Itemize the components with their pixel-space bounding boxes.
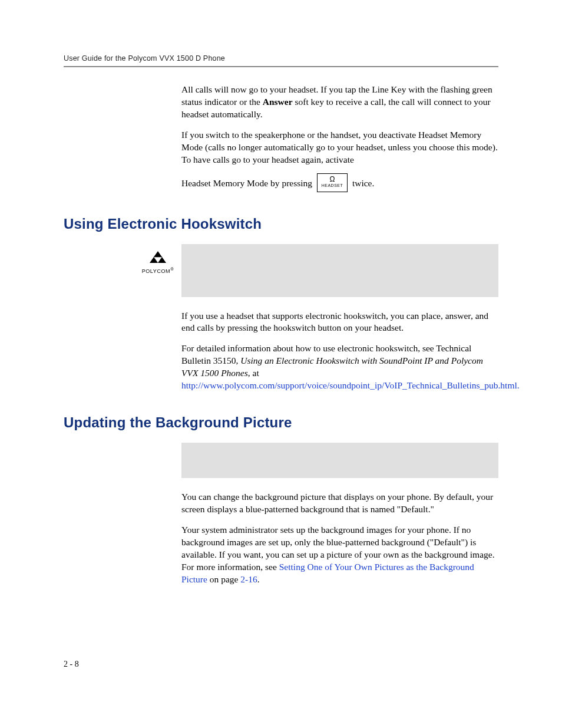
note-block: POLYCOM® (134, 244, 498, 297)
text: , at (248, 368, 259, 378)
paragraph: You can change the background picture th… (181, 491, 498, 516)
headset-key-label: HEADSET (318, 183, 347, 187)
body-column: You can change the background picture th… (181, 491, 498, 585)
document-page: User Guide for the Polycom VVX 1500 D Ph… (0, 0, 562, 728)
svg-marker-0 (154, 251, 162, 257)
page-ref-link[interactable]: 2-16 (240, 574, 257, 584)
note-placeholder (181, 443, 498, 478)
page-number: 2 - 8 (64, 660, 79, 669)
paragraph: For detailed information about how to us… (181, 342, 498, 392)
polycom-logo-icon (149, 251, 167, 265)
paragraph: If you use a headset that supports elect… (181, 310, 498, 335)
text: twice. (352, 177, 374, 187)
paragraph: All calls will now go to your headset. I… (181, 84, 498, 121)
running-header: User Guide for the Polycom VVX 1500 D Ph… (64, 54, 498, 62)
bold-text: Answer (263, 97, 293, 107)
paragraph: Your system administrator sets up the ba… (181, 524, 498, 586)
paragraph: Headset Memory Mode by pressing Ω HEADSE… (181, 174, 498, 193)
note-placeholder (181, 244, 498, 297)
bulletins-link[interactable]: http://www.polycom.com/support/voice/sou… (181, 380, 520, 390)
polycom-logo-text: POLYCOM® (142, 266, 174, 274)
headset-key-icon: Ω HEADSET (317, 173, 348, 192)
paragraph: If you switch to the speakerphone or the… (181, 129, 498, 166)
header-rule (64, 66, 498, 67)
text: on page (207, 574, 240, 584)
polycom-logo: POLYCOM® (134, 244, 181, 274)
body-column: All calls will now go to your headset. I… (181, 84, 498, 193)
body-column: If you use a headset that supports elect… (181, 310, 498, 393)
note-block (181, 443, 498, 478)
section-heading-background: Updating the Background Picture (64, 414, 498, 431)
section-heading-hookswitch: Using Electronic Hookswitch (64, 216, 498, 232)
text: Headset Memory Mode by pressing (181, 177, 315, 187)
headset-glyph-icon: Ω (318, 176, 347, 183)
text: . (257, 574, 260, 584)
